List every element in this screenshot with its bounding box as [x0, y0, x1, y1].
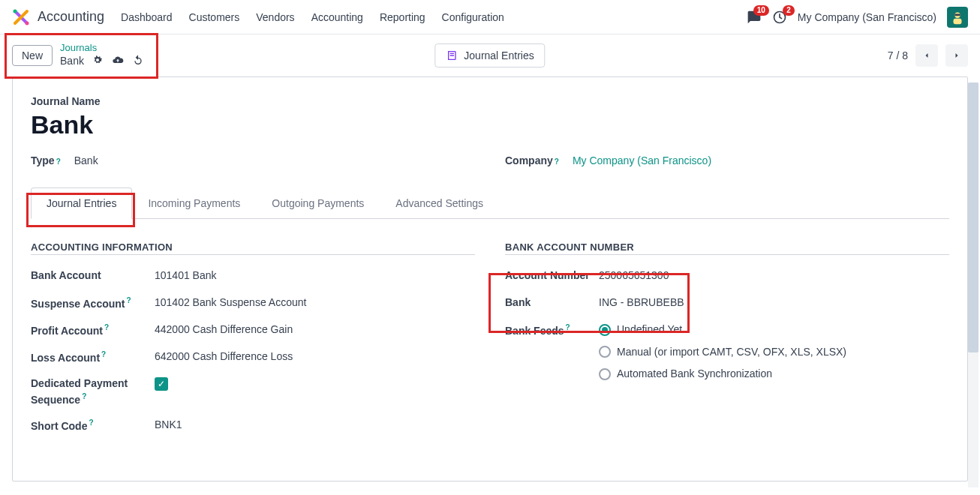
top-navbar: Accounting Dashboard Customers Vendors A…: [0, 0, 980, 34]
breadcrumb: Journals Bank: [60, 42, 144, 68]
help-icon[interactable]: ?: [89, 418, 93, 427]
profit-account-label: Profit Account?: [31, 322, 155, 338]
bank-label: Bank: [505, 296, 599, 310]
bank-account-value[interactable]: 101401 Bank: [155, 268, 217, 284]
section-bank-account-number: BANK ACCOUNT NUMBER: [505, 242, 949, 253]
tab-outgoing-payments[interactable]: Outgoing Payments: [256, 188, 380, 219]
radio-manual-import[interactable]: Manual (or import CAMT, CSV, OFX, XLS, X…: [599, 345, 846, 360]
pager-prev-button[interactable]: [915, 44, 938, 67]
app-logo-icon[interactable]: [12, 8, 30, 26]
nav-dashboard[interactable]: Dashboard: [121, 11, 173, 23]
nav-vendors[interactable]: Vendors: [256, 11, 294, 23]
loss-account-label: Loss Account?: [31, 350, 155, 365]
tab-incoming-payments[interactable]: Incoming Payments: [132, 188, 256, 219]
avatar-icon: [949, 9, 966, 26]
gear-icon[interactable]: [92, 54, 104, 69]
help-icon[interactable]: ?: [127, 296, 131, 304]
navbar-right: 10 2 My Company (San Francisco): [747, 7, 968, 28]
activities-button[interactable]: 2: [772, 10, 787, 25]
user-avatar[interactable]: [947, 7, 968, 28]
account-number-label: Account Number: [505, 268, 599, 284]
messages-button[interactable]: 10: [747, 10, 762, 25]
loss-account-value[interactable]: 642000 Cash Difference Loss: [155, 350, 293, 364]
bank-feeds-label: Bank Feeds?: [505, 322, 599, 338]
app-title[interactable]: Accounting: [38, 9, 104, 25]
messages-badge: 10: [753, 5, 769, 16]
radio-unselected-icon: [599, 368, 611, 380]
suspense-account-label: Suspense Account?: [31, 296, 155, 311]
chevron-right-icon: [952, 51, 961, 60]
activities-badge: 2: [783, 5, 795, 16]
chevron-left-icon: [922, 51, 931, 60]
bank-feeds-radio-group: Undefined Yet Manual (or import CAMT, CS…: [599, 322, 846, 382]
new-button[interactable]: New: [12, 45, 53, 66]
help-icon[interactable]: ?: [555, 158, 559, 166]
cp-right: 7 / 8: [888, 44, 968, 67]
bank-value[interactable]: ING - BBRUBEBB: [599, 296, 684, 310]
svg-rect-5: [954, 18, 962, 23]
right-column: BANK ACCOUNT NUMBER Account Number 25006…: [505, 242, 949, 445]
short-code-label: Short Code?: [31, 418, 155, 434]
help-icon[interactable]: ?: [101, 350, 106, 358]
company-label: Company?: [505, 154, 559, 166]
svg-point-1: [26, 21, 29, 25]
breadcrumb-row: Bank: [60, 54, 144, 69]
journal-entries-label: Journal Entries: [464, 50, 534, 62]
dedicated-payment-sequence-value[interactable]: ✓: [155, 376, 168, 392]
svg-point-0: [14, 9, 17, 13]
journal-entries-stat-button[interactable]: Journal Entries: [434, 44, 545, 68]
left-column: ACCOUNTING INFORMATION Bank Account 1014…: [31, 242, 475, 445]
bank-account-label: Bank Account: [31, 268, 155, 284]
company-switcher[interactable]: My Company (San Francisco): [798, 11, 936, 23]
checkbox-checked-icon[interactable]: ✓: [155, 377, 168, 391]
short-code-value[interactable]: BNK1: [155, 418, 182, 433]
navbar-left: Accounting Dashboard Customers Vendors A…: [12, 8, 504, 26]
company-value-link[interactable]: My Company (San Francisco): [573, 154, 711, 166]
type-label: Type?: [31, 154, 61, 166]
cp-left: New Journals Bank: [12, 42, 144, 68]
profit-account-value[interactable]: 442000 Cash Difference Gain: [155, 322, 293, 338]
nav-reporting[interactable]: Reporting: [380, 11, 425, 23]
form-sheet: Journal Name Bank Type? Bank Company? My…: [12, 76, 968, 482]
journal-name-value[interactable]: Bank: [31, 110, 949, 140]
suspense-account-value[interactable]: 101402 Bank Suspense Account: [155, 296, 306, 310]
help-icon[interactable]: ?: [104, 323, 109, 332]
account-number-value[interactable]: 250065651300: [599, 268, 669, 284]
help-icon[interactable]: ?: [82, 392, 86, 400]
radio-automated-sync[interactable]: Automated Bank Synchronization: [599, 367, 846, 382]
radio-selected-icon: [599, 324, 611, 336]
discard-icon[interactable]: [132, 54, 144, 69]
help-icon[interactable]: ?: [56, 158, 61, 166]
nav-customers[interactable]: Customers: [189, 11, 240, 23]
notebook-tabs: Journal Entries Incoming Payments Outgoi…: [31, 188, 949, 219]
type-value[interactable]: Bank: [74, 154, 98, 166]
nav-accounting[interactable]: Accounting: [311, 11, 363, 23]
svg-rect-6: [954, 14, 960, 16]
cloud-upload-icon[interactable]: [111, 54, 125, 69]
tab-journal-entries[interactable]: Journal Entries: [31, 188, 132, 219]
breadcrumb-current: Bank: [60, 55, 84, 68]
tab-advanced-settings[interactable]: Advanced Settings: [380, 188, 499, 219]
nav-menu: Dashboard Customers Vendors Accounting R…: [121, 11, 504, 23]
journal-name-label: Journal Name: [31, 95, 949, 107]
help-icon[interactable]: ?: [566, 323, 570, 332]
book-icon: [446, 50, 458, 62]
nav-configuration[interactable]: Configuration: [442, 11, 504, 23]
control-panel: New Journals Bank Journ: [0, 34, 980, 76]
radio-undefined-yet[interactable]: Undefined Yet: [599, 322, 846, 338]
radio-unselected-icon: [599, 346, 611, 358]
pager-text[interactable]: 7 / 8: [888, 50, 908, 62]
pager-next-button[interactable]: [945, 44, 968, 67]
dedicated-payment-sequence-label: Dedicated Payment Sequence?: [31, 376, 155, 407]
breadcrumb-parent[interactable]: Journals: [60, 42, 144, 54]
section-accounting-info: ACCOUNTING INFORMATION: [31, 242, 475, 253]
